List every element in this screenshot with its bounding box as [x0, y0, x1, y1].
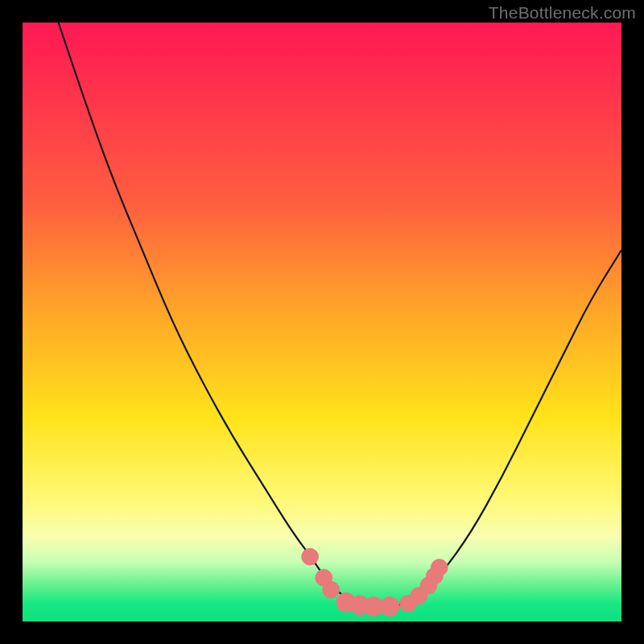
- curve-marker: [380, 597, 399, 617]
- curve-marker: [302, 548, 319, 565]
- chart-plot-area: [23, 23, 621, 621]
- curve-markers: [302, 548, 448, 616]
- curve-marker: [431, 559, 448, 576]
- curve-marker: [323, 581, 340, 598]
- watermark-text: TheBottleneck.com: [489, 3, 636, 23]
- chart-svg: [23, 23, 621, 621]
- chart-frame: TheBottleneck.com: [0, 0, 644, 644]
- bottleneck-curve: [59, 23, 621, 606]
